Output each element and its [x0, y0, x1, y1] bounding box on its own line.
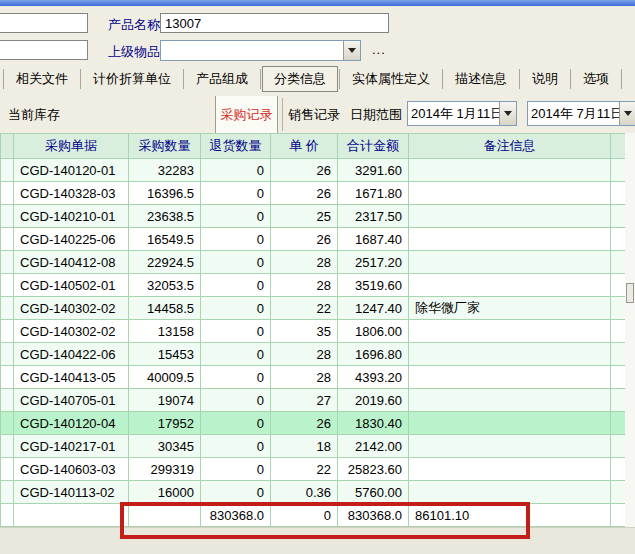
table-row[interactable]: CGD-140705-01190740272019.60	[1, 389, 626, 412]
cell-remark[interactable]	[409, 182, 611, 205]
cell-qty[interactable]: 40009.5	[129, 366, 201, 389]
cell-amount[interactable]: 2019.60	[338, 389, 409, 412]
cell-amount[interactable]: 5760.00	[338, 481, 409, 504]
cell-remark[interactable]	[409, 343, 611, 366]
tab-item[interactable]: 分类信息	[262, 66, 338, 92]
cell-doc[interactable]: CGD-140210-01	[14, 205, 129, 228]
column-header-remark[interactable]: 备注信息	[409, 134, 611, 159]
cell-return[interactable]: 0	[201, 412, 271, 435]
column-header-price[interactable]: 单 价	[271, 134, 338, 159]
table-row[interactable]: CGD-140113-021600000.365760.00	[1, 481, 626, 504]
cell-return[interactable]: 0	[201, 366, 271, 389]
cell-doc[interactable]: CGD-140113-02	[14, 481, 129, 504]
cell-remark[interactable]	[409, 205, 611, 228]
cell-return[interactable]: 0	[201, 251, 271, 274]
column-header-amount[interactable]: 合计金额	[338, 134, 409, 159]
cell-remark[interactable]	[409, 251, 611, 274]
cell-price[interactable]: 27	[271, 389, 338, 412]
cell-qty[interactable]: 16000	[129, 481, 201, 504]
date-to-dropdown-button[interactable]	[619, 102, 635, 125]
cell-doc[interactable]: CGD-140328-03	[14, 182, 129, 205]
row-selector[interactable]	[1, 366, 14, 389]
cell-return[interactable]: 0	[201, 458, 271, 481]
cell-qty[interactable]: 14458.5	[129, 297, 201, 320]
column-header-qty[interactable]: 采购数量	[129, 134, 201, 159]
column-header-return[interactable]: 退货数量	[201, 134, 271, 159]
cell-remark[interactable]	[409, 159, 611, 182]
row-selector[interactable]	[1, 435, 14, 458]
tab-item[interactable]: 实体属性定义	[341, 67, 441, 91]
cell-price[interactable]: 18	[271, 435, 338, 458]
tab-item[interactable]: 计价折算单位	[82, 67, 182, 91]
cell-amount[interactable]: 2142.00	[338, 435, 409, 458]
tab-item[interactable]: 相关文件	[5, 67, 79, 91]
row-selector[interactable]	[1, 343, 14, 366]
row-selector[interactable]	[1, 458, 14, 481]
cell-doc[interactable]: CGD-140302-02	[14, 320, 129, 343]
row-selector[interactable]	[1, 412, 14, 435]
cell-remark[interactable]	[409, 228, 611, 251]
cell-amount[interactable]: 1806.00	[338, 320, 409, 343]
cell-remark[interactable]	[409, 435, 611, 458]
cell-price[interactable]: 25	[271, 205, 338, 228]
cell-amount[interactable]: 4393.20	[338, 366, 409, 389]
cell-amount[interactable]: 3291.60	[338, 159, 409, 182]
cell-qty[interactable]: 15453	[129, 343, 201, 366]
cell-qty[interactable]: 17952	[129, 412, 201, 435]
cell-qty[interactable]: 22924.5	[129, 251, 201, 274]
cell-price[interactable]: 35	[271, 320, 338, 343]
tab-item[interactable]: 产品组成	[185, 67, 259, 91]
cell-amount[interactable]: 1671.80	[338, 182, 409, 205]
product-name-input[interactable]	[160, 13, 389, 33]
table-row[interactable]: CGD-140120-01322830263291.60	[1, 159, 626, 182]
cell-return[interactable]: 0	[201, 228, 271, 251]
cell-remark[interactable]	[409, 389, 611, 412]
cell-qty[interactable]: 16396.5	[129, 182, 201, 205]
column-header-doc[interactable]: 采购单据	[14, 134, 129, 159]
tab-purchase-records[interactable]: 采购记录	[215, 96, 278, 133]
cell-doc[interactable]: CGD-140502-01	[14, 274, 129, 297]
cell-return[interactable]: 0	[201, 297, 271, 320]
scrollbar-thumb[interactable]	[626, 283, 634, 303]
cell-amount[interactable]: 2317.50	[338, 205, 409, 228]
cell-return[interactable]: 0	[201, 435, 271, 458]
table-row[interactable]: CGD-140302-02131580351806.00	[1, 320, 626, 343]
product-code2-input[interactable]	[0, 40, 88, 60]
cell-qty[interactable]: 30345	[129, 435, 201, 458]
cell-remark[interactable]	[409, 274, 611, 297]
cell-doc[interactable]: CGD-140217-01	[14, 435, 129, 458]
date-from-dropdown-button[interactable]	[499, 102, 516, 125]
cell-price[interactable]: 26	[271, 412, 338, 435]
cell-qty[interactable]: 299319	[129, 458, 201, 481]
row-selector[interactable]	[1, 320, 14, 343]
tab-item[interactable]: 选项	[572, 67, 620, 91]
cell-price[interactable]: 28	[271, 274, 338, 297]
tab-item[interactable]: 描述信息	[444, 67, 518, 91]
cell-amount[interactable]: 1696.80	[338, 343, 409, 366]
cell-doc[interactable]: CGD-140412-08	[14, 251, 129, 274]
table-row[interactable]: CGD-140502-0132053.50283519.60	[1, 274, 626, 297]
row-selector[interactable]	[1, 182, 14, 205]
cell-amount[interactable]: 2517.20	[338, 251, 409, 274]
table-row[interactable]: CGD-140120-04179520261830.40	[1, 412, 626, 435]
row-selector[interactable]	[1, 205, 14, 228]
cell-return[interactable]: 0	[201, 389, 271, 412]
cell-return[interactable]: 0	[201, 320, 271, 343]
table-row[interactable]: CGD-140413-0540009.50284393.20	[1, 366, 626, 389]
cell-amount[interactable]: 3519.60	[338, 274, 409, 297]
row-selector[interactable]	[1, 159, 14, 182]
cell-qty[interactable]: 19074	[129, 389, 201, 412]
cell-return[interactable]: 0	[201, 182, 271, 205]
table-row[interactable]: CGD-140328-0316396.50261671.80	[1, 182, 626, 205]
cell-price[interactable]: 26	[271, 228, 338, 251]
product-code-input[interactable]	[0, 13, 88, 33]
cell-doc[interactable]: CGD-140705-01	[14, 389, 129, 412]
cell-remark[interactable]	[409, 366, 611, 389]
cell-doc[interactable]: CGD-140422-06	[14, 343, 129, 366]
row-selector[interactable]	[1, 297, 14, 320]
parent-item-dropdown-button[interactable]	[343, 41, 360, 60]
tab-item[interactable]: 说明	[521, 67, 569, 91]
cell-return[interactable]: 0	[201, 159, 271, 182]
cell-remark[interactable]	[409, 412, 611, 435]
row-selector[interactable]	[1, 228, 14, 251]
